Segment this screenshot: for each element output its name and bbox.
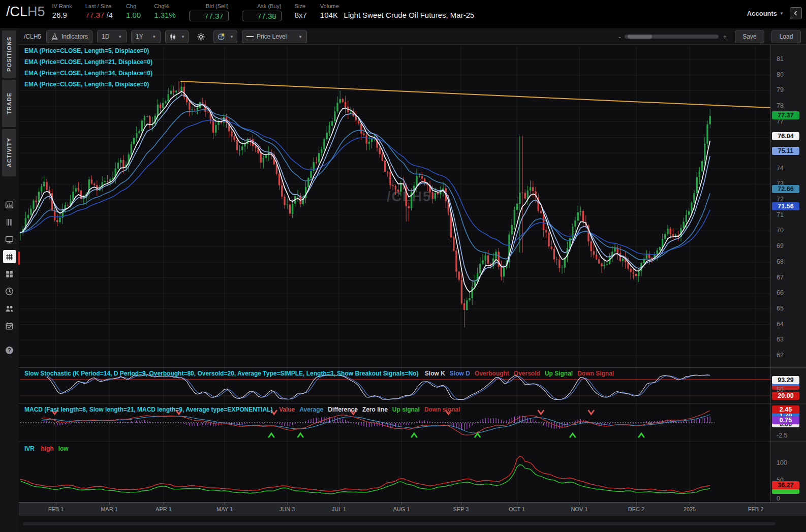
stat-chg: Chg1.00 <box>126 3 141 21</box>
indicator-value-badge: 2.45 <box>772 405 799 414</box>
sidebar-list-icon[interactable] <box>3 215 16 229</box>
indicator-axis-label: 100 <box>777 459 787 466</box>
range-dropdown[interactable]: 1Y ▼ <box>131 30 161 43</box>
stat-label: Ask (Buy) <box>242 3 282 9</box>
help-icon: ? <box>5 346 14 355</box>
timeframe-dropdown[interactable]: 1D ▼ <box>97 30 127 43</box>
ema-label[interactable]: EMA (Price=CLOSE, Length=21, Displace=0) <box>24 56 152 68</box>
time-axis-label: APR 1 <box>156 506 172 512</box>
news-chart-icon <box>5 200 14 210</box>
legend-item: Oversold <box>514 370 540 377</box>
zoom-out-button[interactable]: - <box>618 33 621 41</box>
sidebar-icon-rail: ? <box>0 198 19 361</box>
time-axis-tick <box>517 503 517 505</box>
sidebar-clock-icon[interactable] <box>3 285 16 298</box>
time-axis-tick <box>636 503 637 505</box>
chevron-left-icon <box>793 10 799 16</box>
legend-item: Slow D <box>450 370 470 377</box>
chart-settings-button[interactable] <box>193 30 209 43</box>
time-axis-label: OCT 1 <box>509 506 525 512</box>
ema-label[interactable]: EMA (Price=CLOSE, Length=5, Displace=0) <box>24 45 152 56</box>
ema-label[interactable]: EMA (Price=CLOSE, Length=34, Displace=0) <box>24 68 152 79</box>
price-level-dropdown[interactable]: Price Level ▼ <box>242 30 307 43</box>
sidebar-monitor-icon[interactable] <box>3 233 16 246</box>
stat-value: 77.37 <box>189 11 229 21</box>
chart-area[interactable]: /CLH5 EMA (Price=CLOSE, Length=5, Displa… <box>19 45 770 532</box>
indicator-axis-label: -2.5 <box>777 432 788 439</box>
time-axis[interactable]: FEB 1MAR 1APR 1MAY 1JUN 3JUL 1AUG 1SEP 3… <box>19 502 806 516</box>
bottom-strip <box>19 516 806 532</box>
zoom-in-button[interactable]: + <box>723 33 727 41</box>
legend-item: Overbought <box>475 370 509 377</box>
time-axis-label: SEP 3 <box>453 506 469 512</box>
sidebar-calendar-icon[interactable] <box>3 319 16 332</box>
left-sidebar: POSITIONS TRADE ACTIVITY ? <box>0 28 19 532</box>
ivr-legend[interactable]: IVR highlow <box>24 445 73 452</box>
stat-value: 77.38 <box>242 11 282 21</box>
instrument-description: Light Sweet Crude Oil Futures, Mar-25 <box>344 11 475 19</box>
save-button[interactable]: Save <box>735 30 764 43</box>
stat-ask-buy-[interactable]: Ask (Buy)77.38 <box>242 3 282 21</box>
trading-platform: /CLH5 IV Rank26.9Last / Size77.37 /4Chg1… <box>0 0 806 532</box>
line-icon <box>246 35 254 38</box>
sidebar-tab-positions[interactable]: POSITIONS <box>2 30 16 78</box>
time-axis-tick <box>225 503 225 505</box>
stat-size: Size8x7 <box>295 3 307 21</box>
pane-separator[interactable] <box>19 442 806 442</box>
time-axis-tick <box>164 503 164 505</box>
indicator-value-badge: 0.75 <box>772 416 799 424</box>
time-axis-label: FEB 1 <box>48 506 64 512</box>
sidebar-grid-icon[interactable] <box>3 250 16 263</box>
pane-separator[interactable] <box>19 403 806 403</box>
time-axis-label: 2025 <box>684 506 696 512</box>
stat-bid-sell-[interactable]: Bid (Sell)77.37 <box>189 3 229 21</box>
people-icon <box>5 304 14 314</box>
price-tick: 70 <box>777 227 784 234</box>
list-icon <box>5 217 14 227</box>
chart-toolbar: /CLH5 Indicators 1D ▼ 1Y ▼ ▼ <box>19 29 806 45</box>
sidebar-news-chart-icon[interactable] <box>3 198 16 211</box>
time-axis-label: MAR 1 <box>101 506 118 512</box>
stat-value: 8x7 <box>295 11 307 19</box>
chart-type-dropdown[interactable]: ▼ <box>165 30 189 43</box>
time-axis-tick <box>287 503 288 505</box>
drawing-tools-dropdown[interactable]: ▼ <box>213 30 237 43</box>
legend-item: Up signal <box>392 406 420 413</box>
sidebar-apps-icon[interactable] <box>3 267 16 280</box>
stochastic-legend[interactable]: Slow Stochastic (K Period=14, D Period=9… <box>24 370 618 377</box>
legend-item: Down Signal <box>577 370 614 377</box>
price-tick: 63 <box>777 336 784 343</box>
sidebar-people-icon[interactable] <box>3 302 16 315</box>
indicators-button[interactable]: Indicators <box>46 30 92 43</box>
load-button[interactable]: Load <box>771 30 801 43</box>
sidebar-tab-activity[interactable]: ACTIVITY <box>2 129 16 176</box>
price-chart-canvas[interactable]: /CLH5 <box>19 45 770 532</box>
legend-item: Difference <box>328 406 358 413</box>
collapse-panel-button[interactable] <box>790 7 802 19</box>
pane-separator[interactable] <box>19 367 806 368</box>
time-axis-label: MAY 1 <box>216 506 233 512</box>
accounts-menu[interactable]: Accounts ▼ <box>747 10 784 17</box>
time-axis-tick <box>579 503 580 505</box>
stat-label: Last / Size <box>85 3 113 9</box>
indicator-badge-partial <box>772 489 799 494</box>
macd-legend[interactable]: MACD (Fast length=8, Slow length=21, MAC… <box>24 406 465 413</box>
zoom-slider[interactable] <box>625 35 719 39</box>
horizontal-scrollbar[interactable] <box>23 522 776 525</box>
ema-label[interactable]: EMA (Price=CLOSE, Length=8, Displace=0) <box>24 79 152 90</box>
calendar-icon <box>5 321 14 331</box>
apps-icon <box>5 269 14 279</box>
sidebar-help-icon[interactable]: ? <box>3 343 16 357</box>
price-axis[interactable]: 8180797877767574737271706968676665646362… <box>770 45 806 502</box>
price-tick: 68 <box>777 258 784 265</box>
zoom-slider-handle[interactable] <box>628 35 652 39</box>
quote-header: /CLH5 IV Rank26.9Last / Size77.37 /4Chg1… <box>0 0 806 28</box>
time-axis-label: AUG 1 <box>393 506 410 512</box>
sidebar-tab-trade[interactable]: TRADE <box>2 80 16 127</box>
time-axis-tick <box>756 503 756 505</box>
stat-value: 26.9 <box>52 11 72 19</box>
chevron-down-icon: ▼ <box>780 11 784 16</box>
grid-icon <box>5 252 14 262</box>
stat-label: Bid (Sell) <box>189 3 229 9</box>
indicator-value-badge: 93.29 <box>772 376 799 384</box>
